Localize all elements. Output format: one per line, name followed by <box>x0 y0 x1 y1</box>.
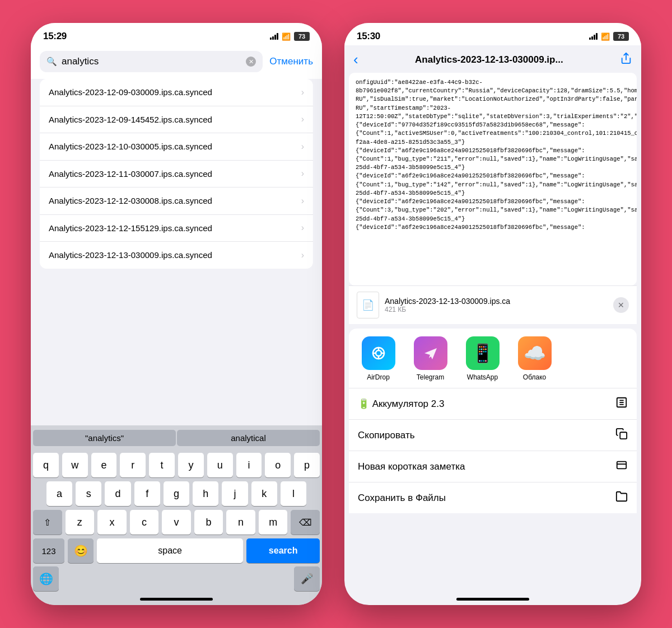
key-z[interactable]: z <box>66 510 95 535</box>
right-phone: 15:30 📶 73 ‹ Analytics-2023-12-13-030009… <box>344 23 641 605</box>
key-q[interactable]: q <box>33 453 59 477</box>
file-preview-info: Analytics-2023-12-13-030009.ips.ca 421 К… <box>385 297 608 313</box>
key-i[interactable]: i <box>236 453 262 477</box>
share-app-airdrop[interactable]: AirDrop <box>354 336 402 381</box>
file-item-4[interactable]: Analytics-2023-12-12-030008.ips.ca.synce… <box>40 188 313 215</box>
key-a[interactable]: a <box>46 481 72 506</box>
key-globe[interactable]: 🌐 <box>33 566 59 591</box>
key-h[interactable]: h <box>193 481 218 506</box>
key-d[interactable]: d <box>105 481 130 506</box>
clear-button[interactable]: ✕ <box>246 57 256 67</box>
action-item-1[interactable]: Скопировать <box>349 420 637 451</box>
key-y[interactable]: y <box>178 453 204 477</box>
key-row-4: 123 😊 space search <box>33 538 320 563</box>
key-g[interactable]: g <box>164 481 189 506</box>
cancel-button[interactable]: Отменить <box>269 56 313 67</box>
file-item-3[interactable]: Analytics-2023-12-11-030007.ips.ca.synce… <box>40 161 313 188</box>
file-list: Analytics-2023-12-09-030009.ips.ca.synce… <box>40 79 313 269</box>
airdrop-label: AirDrop <box>367 373 390 381</box>
whatsapp-label: WhatsApp <box>467 373 498 381</box>
key-space[interactable]: space <box>97 538 243 563</box>
file-item-6[interactable]: Analytics-2023-12-13-030009.ips.ca.synce… <box>40 242 313 269</box>
time-left: 15:29 <box>43 31 67 42</box>
key-search[interactable]: search <box>246 538 320 563</box>
file-preview-name: Analytics-2023-12-13-030009.ips.ca <box>385 297 608 306</box>
key-r[interactable]: r <box>120 453 146 477</box>
home-indicator-right <box>456 598 529 601</box>
home-indicator-left <box>140 598 213 601</box>
action-icon-0 <box>615 396 628 411</box>
key-v[interactable]: v <box>162 510 191 535</box>
share-button[interactable] <box>620 52 632 67</box>
key-s[interactable]: s <box>76 481 101 506</box>
file-name-6: Analytics-2023-12-13-030009.ips.ca.synce… <box>49 250 301 261</box>
key-p[interactable]: p <box>294 453 320 477</box>
action-item-3[interactable]: Сохранить в Файлы <box>349 482 637 513</box>
action-item-2[interactable]: Новая короткая заметка <box>349 451 637 482</box>
key-123[interactable]: 123 <box>33 538 64 563</box>
file-name-3: Analytics-2023-12-11-030007.ips.ca.synce… <box>49 168 301 180</box>
svg-rect-12 <box>617 462 627 469</box>
signal-icon-right <box>589 33 598 40</box>
key-mic[interactable]: 🎤 <box>294 566 320 591</box>
action-icon-2 <box>615 459 628 474</box>
search-icon: 🔍 <box>46 57 57 67</box>
key-b[interactable]: b <box>194 510 223 535</box>
search-bar[interactable]: 🔍 analytics ✕ <box>40 51 263 72</box>
file-item-2[interactable]: Analytics-2023-12-10-030005.ips.ca.synce… <box>40 133 313 161</box>
key-u[interactable]: u <box>207 453 233 477</box>
status-icons-right: 📶 73 <box>589 32 629 41</box>
key-backspace[interactable]: ⌫ <box>291 510 320 535</box>
key-w[interactable]: w <box>62 453 88 477</box>
bottom-row: 🌐 🎤 <box>31 564 322 594</box>
signal-icon <box>270 33 278 40</box>
key-k[interactable]: k <box>251 481 277 506</box>
svg-point-2 <box>376 350 381 356</box>
chevron-right-icon-3: › <box>301 168 304 179</box>
whatsapp-icon: 📱 <box>466 336 500 370</box>
status-icons-left: 📶 73 <box>270 32 310 41</box>
key-n[interactable]: n <box>226 510 255 535</box>
search-container: 🔍 analytics ✕ Отменить <box>31 45 322 79</box>
action-item-0[interactable]: 🔋 Аккумулятор 2.3 <box>349 388 637 420</box>
keyboard-rows: q w e r t y u i o p a s d f g h j k <box>31 451 322 564</box>
search-input[interactable]: analytics <box>62 56 241 67</box>
action-label-3: Сохранить в Файлы <box>358 493 615 504</box>
close-button[interactable]: ✕ <box>613 297 629 313</box>
action-list: 🔋 Аккумулятор 2.3 Скопировать Новая к <box>349 388 637 513</box>
share-app-telegram[interactable]: Telegram <box>407 336 454 381</box>
file-item-0[interactable]: Analytics-2023-12-09-030009.ips.ca.synce… <box>40 79 313 106</box>
wifi-icon-right: 📶 <box>601 32 610 41</box>
key-m[interactable]: m <box>259 510 288 535</box>
key-f[interactable]: f <box>134 481 160 506</box>
share-apps-row: AirDrop Telegram 📱 WhatsApp ☁️ Облако <box>349 329 637 388</box>
share-app-whatsapp[interactable]: 📱 WhatsApp <box>459 336 506 381</box>
nav-title: Analytics-2023-12-13-030009.ip... <box>358 54 620 65</box>
key-row-3: ⇧ z x c v b n m ⌫ <box>33 510 320 535</box>
key-j[interactable]: j <box>222 481 248 506</box>
status-bar-right: 15:30 📶 73 <box>344 23 641 45</box>
oblako-icon: ☁️ <box>518 336 552 370</box>
key-o[interactable]: o <box>265 453 291 477</box>
file-item-5[interactable]: Analytics-2023-12-12-155129.ips.ca.synce… <box>40 215 313 242</box>
key-e[interactable]: e <box>91 453 117 477</box>
chevron-right-icon-1: › <box>301 114 304 124</box>
share-app-oblako[interactable]: ☁️ Облако <box>511 336 558 381</box>
predictive-item-0[interactable]: "analytics" <box>33 430 176 446</box>
key-l[interactable]: l <box>281 481 306 506</box>
action-label-2: Новая короткая заметка <box>358 461 615 472</box>
key-x[interactable]: x <box>97 510 127 535</box>
key-row-1: q w e r t y u i o p <box>33 453 320 477</box>
json-content-view: onfigUuid":"ae8422ae-e3fa-44c9-b32c-8b79… <box>349 73 637 285</box>
predictive-item-1[interactable]: analytical <box>177 430 320 446</box>
action-icon-1 <box>615 428 628 443</box>
key-emoji[interactable]: 😊 <box>68 538 94 563</box>
key-c[interactable]: c <box>130 510 159 535</box>
file-item-1[interactable]: Analytics-2023-12-09-145452.ips.ca.synce… <box>40 106 313 134</box>
chevron-right-icon-0: › <box>301 87 304 97</box>
action-label-1: Скопировать <box>358 430 615 441</box>
airdrop-icon <box>362 336 395 370</box>
key-shift[interactable]: ⇧ <box>33 510 62 535</box>
back-button[interactable]: ‹ <box>353 51 358 68</box>
key-t[interactable]: t <box>149 453 175 477</box>
